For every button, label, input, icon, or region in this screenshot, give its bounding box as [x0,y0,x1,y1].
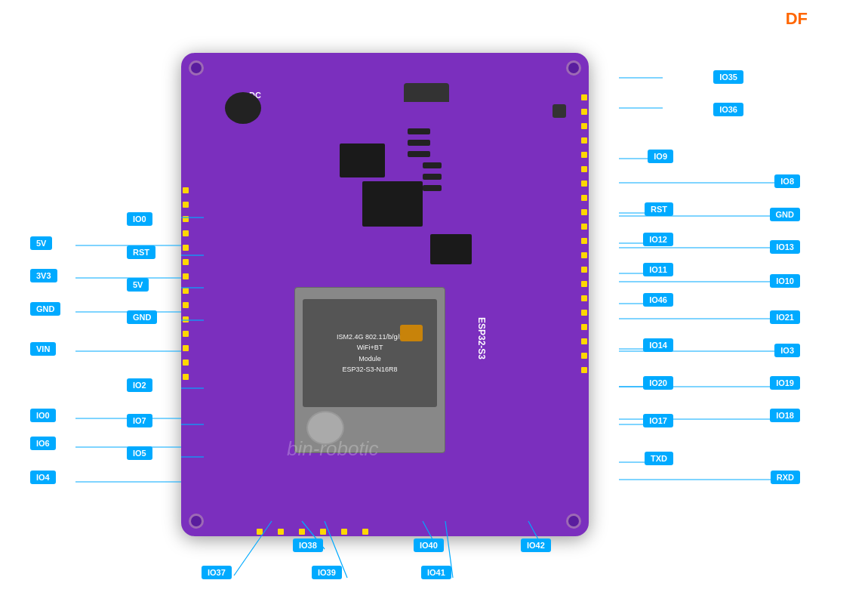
led-component [400,325,423,341]
board-pcb: DC USB ISM2.4G 802.11/b/g/nWiFi+BTModule… [181,53,589,536]
label-IO14: IO14 [643,338,673,352]
pin [581,295,587,301]
watermark: bin-robotic [287,437,378,461]
pin [183,273,189,279]
usb-connector [404,83,449,102]
pin [183,230,189,236]
label-IO12: IO12 [643,233,673,246]
left-pins [183,187,189,380]
smd1 [408,128,430,134]
pin [183,245,189,251]
pin [581,224,587,230]
pin [581,166,587,172]
pin [581,310,587,316]
esp32-text: ISM2.4G 802.11/b/g/nWiFi+BTModuleESP32-S… [337,332,403,375]
label-IO7: IO7 [127,414,152,427]
pin [581,281,587,287]
pin [362,529,368,535]
pin [278,529,284,535]
label-IO6: IO6 [30,437,56,450]
pin [581,109,587,115]
label-IO11: IO11 [643,263,673,276]
pin [183,259,189,265]
smd5 [423,174,442,180]
pin [299,529,305,535]
label-IO40: IO40 [414,538,444,552]
pin [183,374,189,380]
pin [581,137,587,143]
label-IO5: IO5 [127,446,152,460]
pin [581,338,587,344]
board-container: DC USB ISM2.4G 802.11/b/g/nWiFi+BTModule… [151,23,619,559]
right-pins [581,94,587,373]
chip1 [340,143,385,177]
pin [581,94,587,100]
label-IO41: IO41 [421,566,451,579]
label-IO17: IO17 [643,414,673,427]
pin [581,195,587,201]
label-IO4: IO4 [30,471,56,484]
pin [183,345,189,351]
pin [581,267,587,273]
pin [320,529,326,535]
pin [183,288,189,294]
label-IO9: IO9 [648,150,673,163]
chip2 [362,181,423,227]
mount-hole-tl [189,60,204,76]
label-IO35: IO35 [713,70,743,84]
label-IO8: IO8 [774,174,800,188]
reset-button[interactable] [553,104,566,118]
pin [581,238,587,244]
pin [581,209,587,215]
pin [581,367,587,373]
label-IO21: IO21 [770,310,800,324]
label-IO3: IO3 [774,344,800,357]
bottom-pins [257,529,368,535]
label-GND-r: GND [770,208,800,221]
smd2 [408,140,430,146]
label-RST-r: RST [645,202,673,216]
pin [257,529,263,535]
esp32-s3-label: ESP32-S3 [476,317,487,360]
label-IO36: IO36 [713,103,743,116]
label-IO13: IO13 [770,240,800,254]
pin [581,152,587,158]
label-TXD: TXD [645,452,673,465]
label-VIN: VIN [30,342,56,356]
df-logo: DF [786,9,808,29]
pin [183,331,189,337]
label-GND-l: GND [30,302,60,316]
pin [183,187,189,193]
smd4 [423,162,442,168]
label-RXD: RXD [771,471,800,484]
esp32-module-inner: ISM2.4G 802.11/b/g/nWiFi+BTModuleESP32-S… [303,299,437,407]
label-5V-l: 5V [30,236,52,250]
pin [341,529,347,535]
label-IO46: IO46 [643,293,673,307]
label-5V-l2: 5V [127,278,149,292]
label-3V3: 3V3 [30,269,57,282]
label-IO42: IO42 [521,538,551,552]
pin [581,181,587,187]
mount-hole-br [566,514,581,529]
pin [183,302,189,308]
pin [581,324,587,330]
label-IO20: IO20 [643,376,673,390]
smd6 [423,185,442,191]
smd3 [408,151,430,157]
label-IO37: IO37 [202,566,232,579]
pin [183,360,189,366]
label-IO38: IO38 [293,538,323,552]
pin [183,202,189,208]
label-IO0-inner: IO0 [127,212,152,226]
pin [183,316,189,322]
pin [581,252,587,258]
label-IO2: IO2 [127,378,152,392]
pin [581,353,587,359]
mount-hole-tr [566,60,581,76]
pin [183,216,189,222]
label-IO19: IO19 [770,376,800,390]
label-IO39: IO39 [312,566,342,579]
label-IO10: IO10 [770,274,800,288]
label-IO18: IO18 [770,409,800,422]
